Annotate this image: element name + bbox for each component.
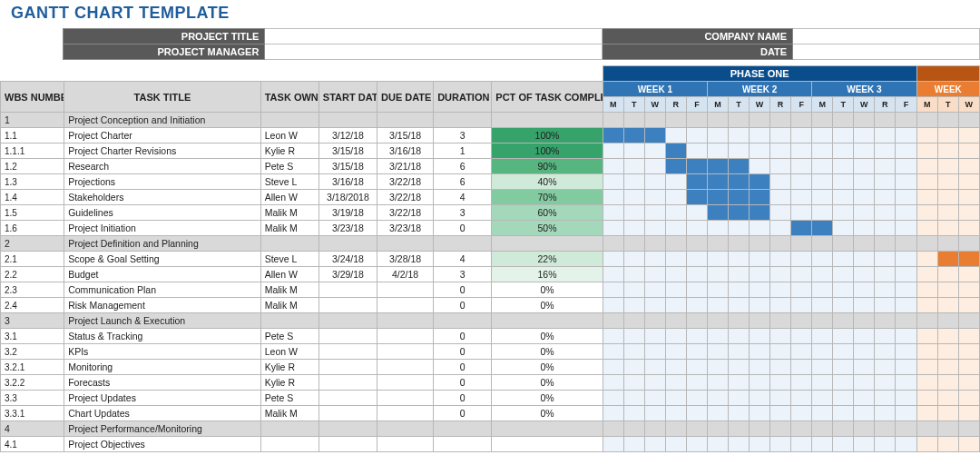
gantt-cell[interactable]: [728, 329, 749, 344]
gantt-cell[interactable]: [728, 282, 749, 298]
gantt-cell[interactable]: [875, 344, 896, 360]
gantt-cell[interactable]: [791, 159, 812, 174]
gantt-cell[interactable]: [937, 221, 958, 236]
gantt-cell[interactable]: [937, 113, 958, 128]
gantt-cell[interactable]: [750, 375, 770, 391]
gantt-cell[interactable]: [791, 252, 812, 267]
gantt-cell[interactable]: [644, 437, 665, 452]
gantt-cell[interactable]: [770, 221, 791, 236]
gantt-cell[interactable]: [791, 190, 812, 205]
gantt-cell[interactable]: [896, 313, 916, 329]
gantt-cell[interactable]: [812, 282, 833, 298]
gantt-cell[interactable]: [644, 128, 665, 143]
gantt-cell[interactable]: [812, 360, 833, 375]
gantt-cell[interactable]: [875, 298, 896, 313]
gantt-cell[interactable]: [770, 267, 791, 282]
gantt-cell[interactable]: [958, 437, 979, 452]
gantt-cell[interactable]: [812, 298, 833, 313]
gantt-cell[interactable]: [896, 329, 916, 344]
gantt-cell[interactable]: [958, 252, 979, 267]
gantt-cell[interactable]: [958, 329, 979, 344]
gantt-cell[interactable]: [644, 267, 665, 282]
gantt-cell[interactable]: [875, 190, 896, 205]
gantt-cell[interactable]: [644, 190, 665, 205]
gantt-cell[interactable]: [623, 329, 644, 344]
gantt-cell[interactable]: [875, 391, 896, 406]
gantt-cell[interactable]: [896, 375, 916, 391]
gantt-cell[interactable]: [833, 221, 854, 236]
gantt-cell[interactable]: [875, 236, 896, 252]
gantt-cell[interactable]: [812, 421, 833, 437]
gantt-cell[interactable]: [854, 159, 875, 174]
gantt-cell[interactable]: [707, 375, 728, 391]
gantt-cell[interactable]: [770, 437, 791, 452]
gantt-cell[interactable]: [644, 375, 665, 391]
gantt-cell[interactable]: [603, 313, 623, 329]
gantt-cell[interactable]: [916, 329, 937, 344]
gantt-cell[interactable]: [623, 406, 644, 421]
gantt-cell[interactable]: [937, 406, 958, 421]
gantt-cell[interactable]: [686, 375, 707, 391]
gantt-cell[interactable]: [791, 236, 812, 252]
gantt-cell[interactable]: [707, 267, 728, 282]
gantt-cell[interactable]: [665, 159, 686, 174]
gantt-cell[interactable]: [707, 205, 728, 221]
gantt-cell[interactable]: [916, 143, 937, 159]
gantt-cell[interactable]: [750, 406, 770, 421]
gantt-cell[interactable]: [833, 252, 854, 267]
gantt-cell[interactable]: [875, 313, 896, 329]
gantt-cell[interactable]: [728, 236, 749, 252]
gantt-cell[interactable]: [791, 391, 812, 406]
gantt-cell[interactable]: [623, 221, 644, 236]
gantt-cell[interactable]: [958, 344, 979, 360]
gantt-cell[interactable]: [958, 267, 979, 282]
gantt-cell[interactable]: [916, 174, 937, 190]
gantt-cell[interactable]: [686, 128, 707, 143]
gantt-cell[interactable]: [875, 143, 896, 159]
gantt-cell[interactable]: [875, 128, 896, 143]
gantt-cell[interactable]: [854, 282, 875, 298]
gantt-cell[interactable]: [896, 174, 916, 190]
gantt-cell[interactable]: [665, 113, 686, 128]
gantt-cell[interactable]: [791, 360, 812, 375]
gantt-cell[interactable]: [896, 298, 916, 313]
gantt-cell[interactable]: [728, 113, 749, 128]
gantt-cell[interactable]: [665, 329, 686, 344]
gantt-cell[interactable]: [623, 128, 644, 143]
gantt-cell[interactable]: [603, 437, 623, 452]
gantt-cell[interactable]: [750, 344, 770, 360]
gantt-cell[interactable]: [686, 221, 707, 236]
gantt-cell[interactable]: [916, 205, 937, 221]
gantt-cell[interactable]: [603, 159, 623, 174]
gantt-cell[interactable]: [854, 205, 875, 221]
gantt-cell[interactable]: [791, 267, 812, 282]
gantt-cell[interactable]: [854, 143, 875, 159]
gantt-cell[interactable]: [750, 421, 770, 437]
gantt-cell[interactable]: [791, 174, 812, 190]
gantt-cell[interactable]: [958, 360, 979, 375]
gantt-cell[interactable]: [603, 128, 623, 143]
gantt-cell[interactable]: [665, 128, 686, 143]
gantt-cell[interactable]: [707, 344, 728, 360]
gantt-cell[interactable]: [770, 190, 791, 205]
gantt-cell[interactable]: [854, 113, 875, 128]
gantt-cell[interactable]: [896, 190, 916, 205]
gantt-cell[interactable]: [791, 437, 812, 452]
gantt-cell[interactable]: [812, 205, 833, 221]
gantt-cell[interactable]: [686, 236, 707, 252]
gantt-cell[interactable]: [707, 391, 728, 406]
gantt-cell[interactable]: [770, 375, 791, 391]
gantt-cell[interactable]: [833, 205, 854, 221]
gantt-cell[interactable]: [728, 360, 749, 375]
table-row[interactable]: 1.2ResearchPete S3/15/183/21/18690%: [1, 159, 980, 174]
gantt-cell[interactable]: [644, 406, 665, 421]
gantt-cell[interactable]: [770, 174, 791, 190]
gantt-cell[interactable]: [770, 360, 791, 375]
gantt-cell[interactable]: [770, 329, 791, 344]
gantt-cell[interactable]: [665, 205, 686, 221]
gantt-cell[interactable]: [958, 205, 979, 221]
gantt-cell[interactable]: [623, 252, 644, 267]
table-row[interactable]: 1.1.1Project Charter RevisionsKylie R3/1…: [1, 143, 980, 159]
gantt-cell[interactable]: [686, 360, 707, 375]
date-input[interactable]: [793, 45, 980, 60]
